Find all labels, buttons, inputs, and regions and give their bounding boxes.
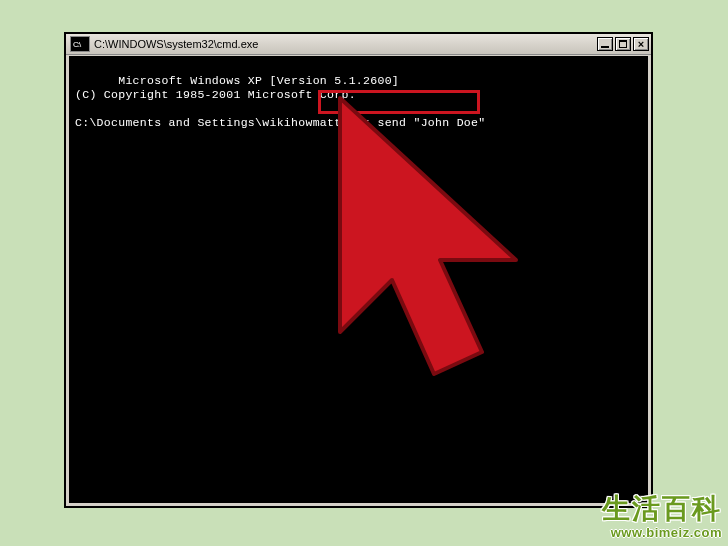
watermark-url: www.bimeiz.com <box>602 523 722 540</box>
close-button[interactable]: × <box>633 37 649 51</box>
maximize-button[interactable] <box>615 37 631 51</box>
window-controls: × <box>597 37 649 51</box>
minimize-button[interactable] <box>597 37 613 51</box>
watermark: 生活百科 www.bimeiz.com <box>602 495 722 540</box>
console-prompt-prefix: C:\Documents and Settings\wikihowmatt> <box>75 116 349 129</box>
window-title: C:\WINDOWS\system32\cmd.exe <box>94 38 597 50</box>
instruction-cursor-icon <box>320 90 580 390</box>
cmd-app-icon: C:\ <box>70 36 90 52</box>
console-line-version: Microsoft Windows XP [Version 5.1.2600] <box>118 74 399 87</box>
page-stage: C:\ C:\WINDOWS\system32\cmd.exe × Micros… <box>0 0 728 546</box>
console-line-copyright: (C) Copyright 1985-2001 Microsoft Corp. <box>75 88 356 101</box>
window-titlebar[interactable]: C:\ C:\WINDOWS\system32\cmd.exe × <box>66 34 651 55</box>
watermark-title: 生活百科 <box>602 495 722 523</box>
